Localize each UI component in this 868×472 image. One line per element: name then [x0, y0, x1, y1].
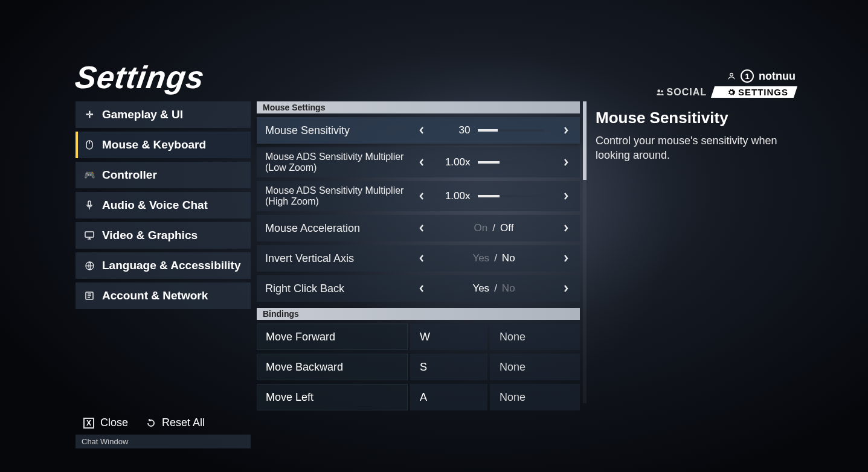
row-label: Mouse Sensitivity [265, 124, 410, 137]
tab-settings[interactable]: SETTINGS [711, 86, 797, 98]
chevron-right-icon[interactable] [561, 283, 571, 294]
row-ads-high-zoom[interactable]: Mouse ADS Sensitivity Multiplier (High Z… [257, 181, 580, 211]
row-right-click-back[interactable]: Right Click Back Yes / No [257, 275, 580, 302]
monitor-icon [84, 231, 95, 240]
toggle-option-off: Off [500, 222, 513, 234]
binding-secondary[interactable]: None [490, 354, 580, 380]
sidebar-item-label: Mouse & Keyboard [102, 138, 206, 151]
binding-secondary[interactable]: None [490, 324, 580, 350]
chevron-left-icon[interactable] [416, 253, 427, 264]
person-icon [727, 72, 736, 80]
sidebar-item-audio[interactable]: Audio & Voice Chat [76, 192, 251, 218]
chevron-left-icon[interactable] [416, 125, 427, 136]
sidebar: ✛ Gameplay & UI Mouse & Keyboard 🎮 Contr… [76, 101, 251, 309]
sidebar-item-label: Video & Graphics [102, 229, 198, 242]
binding-row: Move Backward S None [257, 354, 580, 380]
help-title: Mouse Sensitivity [596, 109, 789, 127]
help-body: Control your mouse's sensitivity when lo… [596, 133, 789, 163]
svg-point-1 [657, 89, 660, 92]
user-badge[interactable]: 1 notnuu [727, 69, 796, 83]
sidebar-item-language[interactable]: Language & Accessibility [76, 252, 251, 279]
scrollbar[interactable] [583, 101, 587, 403]
gear-icon [727, 88, 736, 97]
chevron-right-icon[interactable] [561, 157, 571, 168]
row-invert-vertical[interactable]: Invert Vertical Axis Yes / No [257, 245, 580, 272]
svg-rect-6 [85, 232, 94, 237]
sidebar-item-label: Controller [102, 168, 157, 182]
toggle-option-on: Yes [472, 252, 489, 264]
toggle-option-on: Yes [472, 282, 489, 295]
svg-rect-5 [88, 201, 91, 206]
slider[interactable] [478, 195, 544, 197]
row-label: Mouse Acceleration [265, 222, 410, 235]
toggle: On / Off [474, 222, 514, 234]
value-text: 1.00x [444, 156, 471, 168]
sidebar-item-video[interactable]: Video & Graphics [76, 222, 251, 249]
value-text: 30 [444, 124, 471, 136]
binding-primary[interactable]: S [410, 354, 487, 380]
row-label: Mouse ADS Sensitivity Multiplier (Low Zo… [265, 151, 410, 174]
page-title: Settings [73, 59, 207, 95]
slider[interactable] [478, 129, 544, 132]
gamepad-icon: 🎮 [84, 170, 95, 180]
value-text: 1.00x [444, 190, 471, 202]
chat-window-bar[interactable]: Chat Window [76, 435, 251, 448]
globe-icon [84, 261, 95, 270]
row-mouse-acceleration[interactable]: Mouse Acceleration On / Off [257, 215, 580, 241]
row-label: Right Click Back [265, 282, 410, 295]
chevron-right-icon[interactable] [561, 253, 571, 264]
binding-primary[interactable]: A [410, 384, 487, 410]
level-badge: 1 [741, 69, 754, 83]
binding-label: Move Left [257, 384, 408, 410]
sidebar-item-controller[interactable]: 🎮 Controller [76, 162, 251, 188]
svg-point-0 [730, 73, 733, 76]
settings-panel: Mouse Settings Mouse Sensitivity 30 Mous… [257, 101, 580, 403]
tab-social[interactable]: SOCIAL [656, 87, 707, 98]
reset-all-button[interactable]: Reset All [146, 416, 205, 429]
slider[interactable] [478, 161, 544, 164]
sidebar-item-label: Account & Network [102, 289, 208, 302]
toggle-option-off: No [502, 282, 515, 295]
section-header-bindings: Bindings [257, 308, 580, 320]
chevron-right-icon[interactable] [561, 223, 571, 234]
sidebar-item-gameplay[interactable]: ✛ Gameplay & UI [76, 101, 251, 128]
chevron-left-icon[interactable] [416, 157, 427, 168]
crosshair-icon: ✛ [84, 109, 95, 120]
sidebar-item-account[interactable]: Account & Network [76, 282, 251, 309]
username: notnuu [759, 70, 796, 83]
reset-icon [146, 418, 156, 428]
chevron-left-icon[interactable] [416, 223, 427, 234]
close-button[interactable]: X Close [83, 416, 128, 429]
chevron-left-icon[interactable] [416, 191, 427, 202]
binding-label: Move Forward [257, 324, 408, 350]
sidebar-item-label: Audio & Voice Chat [102, 199, 208, 212]
toggle: Yes / No [472, 282, 515, 295]
mic-icon [84, 200, 95, 210]
help-panel: Mouse Sensitivity Control your mouse's s… [596, 109, 789, 163]
toggle-option-on: On [474, 222, 488, 234]
binding-primary[interactable]: W [410, 324, 487, 350]
close-key-icon: X [83, 418, 94, 429]
account-icon [84, 292, 95, 300]
row-label: Mouse ADS Sensitivity Multiplier (High Z… [265, 185, 410, 208]
binding-label: Move Backward [257, 354, 408, 380]
sidebar-item-label: Gameplay & UI [102, 108, 183, 121]
mouse-icon [84, 140, 95, 150]
svg-point-2 [661, 90, 663, 92]
scrollbar-thumb[interactable] [583, 101, 587, 180]
row-ads-low-zoom[interactable]: Mouse ADS Sensitivity Multiplier (Low Zo… [257, 147, 580, 177]
chevron-right-icon[interactable] [561, 125, 571, 136]
row-label: Invert Vertical Axis [265, 252, 410, 265]
binding-secondary[interactable]: None [490, 384, 580, 410]
people-icon [656, 88, 664, 97]
binding-row: Move Left A None [257, 384, 580, 410]
toggle: Yes / No [472, 252, 515, 264]
chevron-left-icon[interactable] [416, 283, 427, 294]
sidebar-item-mouse-keyboard[interactable]: Mouse & Keyboard [76, 132, 251, 158]
chevron-right-icon[interactable] [561, 191, 571, 202]
section-header-mouse: Mouse Settings [257, 101, 580, 113]
sidebar-item-label: Language & Accessibility [102, 259, 240, 272]
binding-row: Move Forward W None [257, 324, 580, 350]
row-mouse-sensitivity[interactable]: Mouse Sensitivity 30 [257, 117, 580, 144]
toggle-option-off: No [502, 252, 515, 264]
